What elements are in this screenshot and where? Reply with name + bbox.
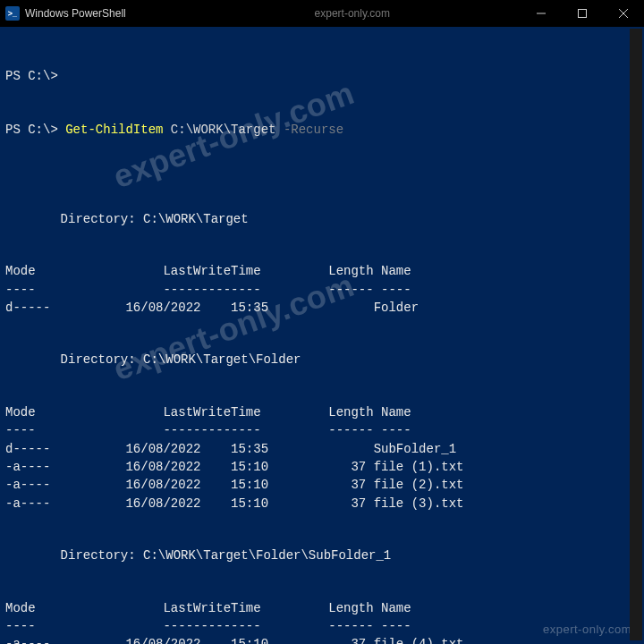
powershell-window: >_ Windows PowerShell expert-only.com PS…	[0, 0, 644, 644]
maximize-icon	[578, 9, 587, 18]
prompt-text: PS C:\>	[5, 69, 58, 83]
blank-line	[5, 317, 639, 335]
blank-line	[5, 386, 639, 403]
column-divider: ---- ------------- ------ ----	[5, 281, 639, 299]
minimize-icon	[537, 9, 546, 18]
command-line: PS C:\> Get-ChildItem C:\WORK\Target -Re…	[5, 121, 639, 139]
table-row: d----- 16/08/2022 15:35 Folder	[5, 299, 639, 317]
window-title: Windows PowerShell	[25, 7, 126, 20]
directory-listing: Directory: C:\WORK\Target Mode LastWrite…	[5, 210, 639, 335]
column-divider: ---- ------------- ------ ----	[5, 421, 639, 439]
blank-line	[5, 580, 639, 598]
directory-label: Directory: C:\WORK\Target	[30, 210, 639, 228]
cmdlet-name: Get-ChildItem	[65, 123, 163, 137]
powershell-icon: >_	[5, 6, 20, 21]
column-divider: ---- ------------- ------ ----	[5, 617, 639, 635]
table-row: d----- 16/08/2022 15:35 SubFolder_1	[5, 440, 639, 458]
window-controls	[521, 0, 644, 27]
table-row: -a---- 16/08/2022 15:10 37 file (3).txt	[5, 495, 639, 513]
table-row: -a---- 16/08/2022 15:10 37 file (4).txt	[5, 635, 639, 644]
scrollbar[interactable]	[630, 29, 642, 640]
output-sections: Directory: C:\WORK\Target Mode LastWrite…	[5, 210, 639, 644]
table-row: -a---- 16/08/2022 15:10 37 file (1).txt	[5, 458, 639, 476]
svg-rect-1	[579, 10, 587, 18]
terminal-body[interactable]: PS C:\> PS C:\> Get-ChildItem C:\WORK\Ta…	[0, 27, 644, 644]
cmdlet-flag: -Recurse	[284, 123, 343, 137]
directory-listing: Directory: C:\WORK\Target\Folder\SubFold…	[5, 547, 639, 644]
close-button[interactable]	[603, 0, 644, 27]
table-row: -a---- 16/08/2022 15:10 37 file (2).txt	[5, 476, 639, 494]
close-icon	[619, 9, 628, 18]
titlebar[interactable]: >_ Windows PowerShell expert-only.com	[0, 0, 644, 27]
column-header: Mode LastWriteTime Length Name	[5, 262, 639, 280]
blank-line	[5, 513, 639, 530]
cmdlet-arg: C:\WORK\Target	[171, 123, 276, 137]
maximize-button[interactable]	[562, 0, 603, 27]
titlebar-left: >_ Windows PowerShell	[5, 6, 126, 21]
prompt-line-empty: PS C:\>	[5, 67, 639, 85]
directory-listing: Directory: C:\WORK\Target\Folder Mode La…	[5, 351, 639, 530]
column-header: Mode LastWriteTime Length Name	[5, 403, 639, 421]
minimize-button[interactable]	[521, 0, 562, 27]
column-header: Mode LastWriteTime Length Name	[5, 599, 639, 617]
directory-label: Directory: C:\WORK\Target\Folder	[30, 351, 639, 369]
blank-line	[5, 244, 639, 262]
watermark-header: expert-only.com	[315, 7, 390, 20]
directory-label: Directory: C:\WORK\Target\Folder\SubFold…	[30, 547, 639, 564]
prompt-text: PS C:\>	[5, 123, 58, 137]
